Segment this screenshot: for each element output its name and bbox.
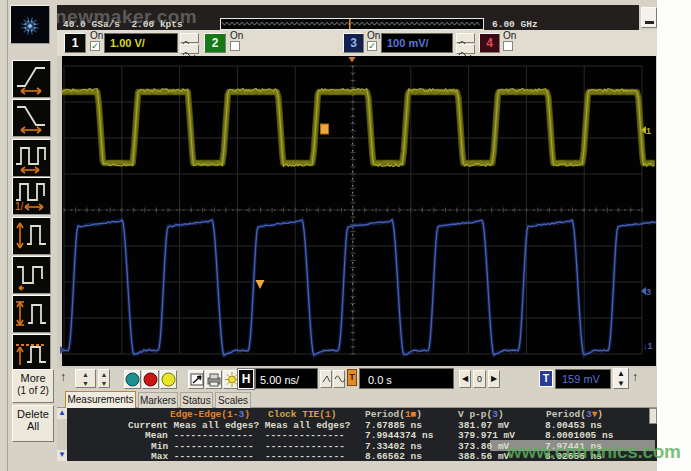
svg-text:1: 1 — [646, 126, 651, 136]
svg-text:↓1: ↓1 — [643, 341, 653, 351]
svg-text:3: 3 — [646, 287, 651, 297]
svg-text:1/: 1/ — [15, 201, 24, 212]
